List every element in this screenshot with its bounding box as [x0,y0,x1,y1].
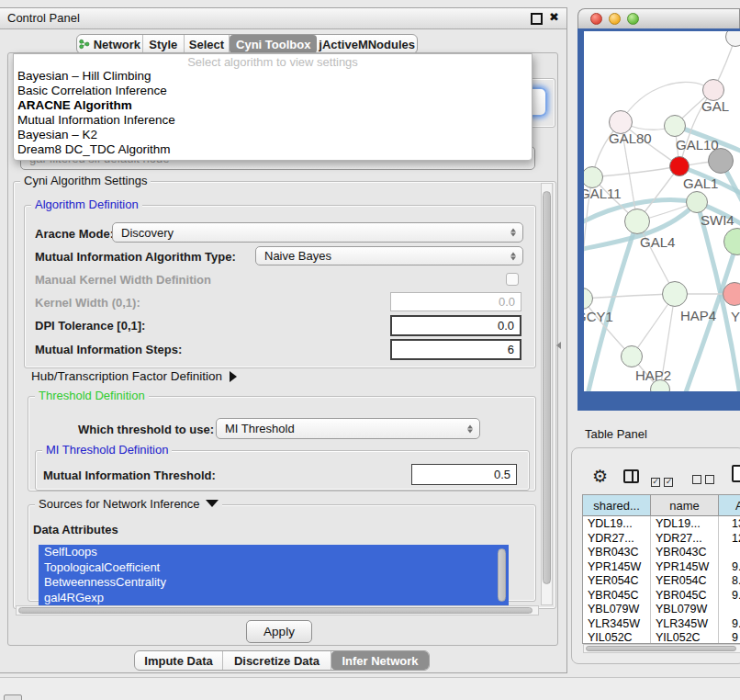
table-cell[interactable]: YIL052C [583,631,651,644]
attributes-scrollbar[interactable] [498,548,506,602]
column-header-partial[interactable]: A [719,495,740,516]
tab-cyni-toolbox[interactable]: Cyni Toolbox [230,35,317,53]
table-cell[interactable]: 9. [719,560,740,573]
tab-network[interactable]: Network [77,35,143,53]
table-cell[interactable]: YER054C [583,574,651,587]
table-cell[interactable]: YDR27... [583,532,651,545]
network-view-canvas[interactable]: GALGAL80GAL10GAL1GAL11SWI4GAL4GCY1HAP4YH… [584,31,740,391]
tab-discretize-data-label: Discretize Data [234,654,320,668]
table-hscroll-track[interactable] [583,644,740,653]
network-window-titlebar[interactable] [577,8,740,28]
network-node-swi4[interactable] [686,191,708,213]
node-label: GAL [701,98,729,114]
table-cell[interactable]: YBL079W [651,603,719,615]
tab-infer-network[interactable]: Infer Network [331,651,429,670]
attribute-list-item[interactable]: TopologicalCoefficient [39,560,509,576]
kernel-width-label: Kernel Width (0,1): [35,296,140,310]
table-cell[interactable]: 8. [719,574,740,587]
table-cell[interactable]: YLR345W [583,617,651,630]
tab-jactivemnodules[interactable]: jActiveMNodules [317,35,417,53]
dpi-tolerance-input[interactable] [390,315,521,336]
which-threshold-combo[interactable]: MI Threshold [216,418,480,439]
network-node-gal1[interactable] [669,156,690,176]
node-attribute-table[interactable]: shared... name A YDL19...YDL19...13YDR27… [582,494,740,644]
mi-threshold-label: Mutual Information Threshold: [43,469,216,482]
table-cell[interactable]: YBR045C [583,589,651,602]
apply-button[interactable]: Apply [246,620,312,643]
stepper-icon [510,251,516,261]
settings-hscroll-thumb[interactable] [18,607,533,614]
close-panel-icon[interactable]: ✖ [549,10,559,24]
table-cell[interactable]: YDR27... [651,532,719,545]
tab-style[interactable]: Style [143,35,185,53]
settings-vscroll-thumb[interactable] [543,191,551,584]
data-attributes-list[interactable]: SelfLoopsTopologicalCoefficientBetweenne… [39,545,509,606]
bottom-left-toggle[interactable] [4,694,22,700]
close-window-icon[interactable] [590,13,602,25]
float-panel-icon[interactable] [531,13,543,25]
tab-impute-data[interactable]: Impute Data [135,651,223,670]
kernel-width-input[interactable] [390,292,521,311]
gear-icon[interactable]: ⚙ [592,466,608,487]
bottom-tabbar: Impute Data Discretize Data Infer Networ… [134,650,430,671]
export-table-icon[interactable] [732,465,740,482]
algorithm-list-item[interactable]: ARACNE Algorithm [14,98,532,113]
settings-vscroll-track[interactable] [541,183,553,605]
aracne-mode-combo[interactable]: Discovery [112,222,523,243]
select-all-icon[interactable]: ✓ ✓ [651,471,673,488]
algorithm-list-item[interactable]: Dream8 DC_TDC Algorithm [14,142,532,157]
attribute-list-item[interactable]: BetweennessCentrality [39,575,509,591]
table-cell[interactable]: YBL079W [583,603,651,615]
zoom-window-icon[interactable] [627,13,639,25]
table-cell[interactable]: YBR043C [651,546,719,559]
algorithm-list: Bayesian – Hill ClimbingBasic Correlatio… [14,69,532,157]
algorithm-list-item[interactable]: Mutual Information Inference [14,113,532,128]
popup-placeholder: Select algorithm to view settings [14,54,532,69]
hub-definition-expander[interactable]: Hub/Transcription Factor Definition [31,369,237,383]
dpi-tolerance-label: DPI Tolerance [0,1]: [35,319,145,333]
table-cell[interactable]: 13 [719,517,740,530]
network-node-hap4[interactable] [662,281,688,307]
algorithm-list-item[interactable]: Basic Correlation Inference [14,84,532,98]
table-cell[interactable]: YLR345W [651,617,719,630]
table-cell[interactable]: 9. [719,589,740,602]
table-cell[interactable]: 12 [719,532,740,545]
split-columns-icon[interactable] [623,469,639,483]
mi-type-combo[interactable]: Naive Bayes [255,246,523,265]
tab-cyni-toolbox-label: Cyni Toolbox [236,38,310,51]
mi-type-label: Mutual Information Algorithm Type: [35,250,236,264]
settings-hscroll-track[interactable] [16,605,539,615]
table-cell[interactable]: YPR145W [651,560,719,573]
attribute-list-item[interactable]: SelfLoops [39,545,509,560]
column-header-shared-name[interactable]: shared... [583,495,651,516]
network-node[interactable] [708,148,734,174]
table-cell[interactable]: YIL052C [651,631,719,644]
table-cell[interactable]: YER054C [651,574,719,587]
table-cell[interactable]: YDL19... [651,517,719,530]
deselect-all-icon[interactable] [692,471,714,488]
attribute-list-item[interactable]: gal4RGexp [39,591,509,606]
table-cell[interactable]: 9 [719,631,740,644]
splitter-collapse-icon[interactable] [556,342,561,349]
table-cell[interactable]: YBR043C [583,546,651,559]
table-cell[interactable]: YPR145W [583,560,651,573]
algorithm-list-item[interactable]: Bayesian – Hill Climbing [14,69,532,84]
network-node-hap2[interactable] [621,345,643,367]
table-cell[interactable]: 9. [719,617,740,630]
node-label: GAL4 [640,234,675,250]
minimize-window-icon[interactable] [609,13,621,25]
tab-select[interactable]: Select [185,35,230,53]
table-hscroll-thumb[interactable] [586,646,736,651]
network-node-gal4[interactable] [624,209,650,234]
table-cell[interactable]: YDL19... [583,517,651,530]
manual-kernel-checkbox[interactable] [506,273,519,286]
mi-threshold-input[interactable] [411,464,517,485]
control-panel-titlebar[interactable]: Control Panel ✖ [0,8,566,29]
network-node-y[interactable] [723,282,740,306]
table-cell[interactable]: YBR045C [651,589,719,602]
network-node-gal10[interactable] [664,115,686,137]
mi-steps-input[interactable] [390,339,521,360]
column-header-name[interactable]: name [651,495,719,516]
tab-discretize-data[interactable]: Discretize Data [223,651,331,670]
algorithm-list-item[interactable]: Bayesian – K2 [14,128,532,142]
